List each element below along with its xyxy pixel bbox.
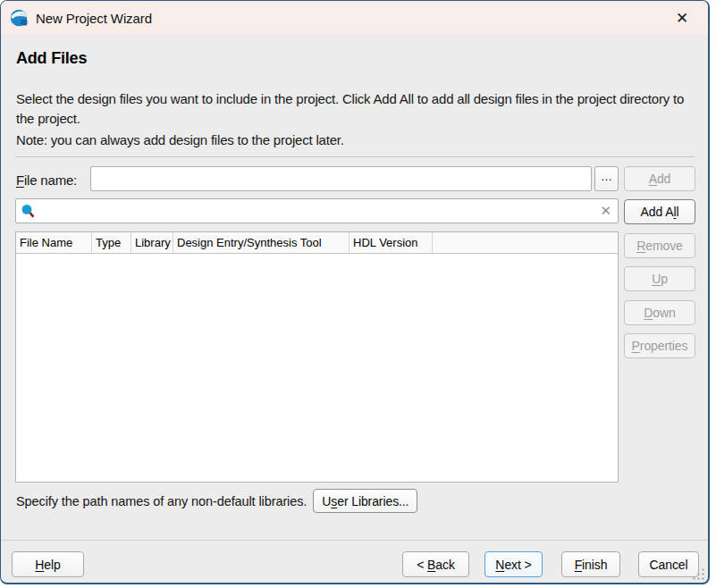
finish-button[interactable]: Finish xyxy=(561,551,620,577)
help-button[interactable]: Help xyxy=(12,551,84,577)
titlebar: New Project Wizard ✕ xyxy=(1,1,708,35)
close-icon[interactable]: ✕ xyxy=(669,5,695,30)
user-libraries-button[interactable]: User Libraries... xyxy=(313,489,417,513)
quartus-logo-icon xyxy=(10,9,29,28)
page-title: Add Files xyxy=(16,49,87,68)
resize-grip[interactable] xyxy=(693,568,705,581)
user-libraries-text: Specify the path names of any non-defaul… xyxy=(16,494,307,508)
column-header-design-entry-tool[interactable]: Design Entry/Synthesis Tool xyxy=(173,232,350,253)
column-header-filler xyxy=(433,232,618,253)
separator-top xyxy=(15,156,695,157)
window-title: New Project Wizard xyxy=(36,11,152,26)
files-table[interactable]: File Name Type Library Design Entry/Synt… xyxy=(15,231,619,483)
file-name-input[interactable] xyxy=(90,166,592,191)
files-table-header: File Name Type Library Design Entry/Synt… xyxy=(16,232,618,254)
properties-button[interactable]: Properties xyxy=(624,333,695,358)
files-table-body[interactable] xyxy=(16,254,618,482)
column-header-file-name[interactable]: File Name xyxy=(16,232,92,253)
page-note: Note: you can always add design files to… xyxy=(16,132,685,147)
back-button[interactable]: < Back xyxy=(402,551,469,577)
column-header-type[interactable]: Type xyxy=(92,232,131,253)
separator-bottom xyxy=(1,540,708,541)
footer: Help < Back Next > Finish Cancel xyxy=(1,551,708,578)
page-description: Select the design files you want to incl… xyxy=(16,89,685,129)
file-name-label: File name: xyxy=(16,172,77,188)
new-project-wizard-dialog: New Project Wizard ✕ Add Files Select th… xyxy=(0,0,710,584)
search-icon xyxy=(21,204,36,219)
add-all-button[interactable]: Add All xyxy=(624,199,695,224)
dialog-body: Add Files Select the design files you wa… xyxy=(1,35,708,583)
browse-button[interactable]: … xyxy=(594,166,619,191)
search-input[interactable] xyxy=(36,200,600,222)
search-box[interactable]: ✕ xyxy=(15,198,619,223)
column-header-library[interactable]: Library xyxy=(131,232,173,253)
up-button[interactable]: Up xyxy=(624,266,695,291)
cancel-button[interactable]: Cancel xyxy=(638,551,699,577)
clear-search-icon[interactable]: ✕ xyxy=(600,203,611,219)
next-button[interactable]: Next > xyxy=(484,551,543,577)
column-header-hdl-version[interactable]: HDL Version xyxy=(350,232,433,253)
user-libraries-row: Specify the path names of any non-defaul… xyxy=(16,489,417,513)
add-button[interactable]: Add xyxy=(624,166,695,191)
remove-button[interactable]: Remove xyxy=(624,233,695,258)
down-button[interactable]: Down xyxy=(624,300,695,325)
